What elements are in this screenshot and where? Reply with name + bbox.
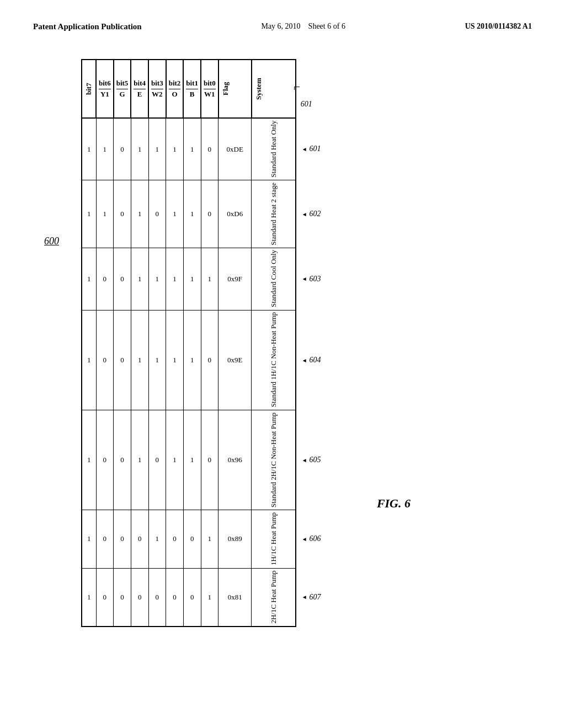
cell-row7-bit7: 1	[82, 568, 96, 627]
cell-row3-bit3: 1	[148, 248, 166, 310]
cell-row2-bit5: 0	[114, 180, 131, 248]
cell-row4-bit2: 1	[166, 310, 184, 410]
cell-row4-bit3: 1	[148, 310, 166, 410]
cell-row6-bit3: 1	[148, 510, 166, 568]
bit2-label: bit2	[169, 78, 181, 88]
bracket-606-label: ◄606	[302, 534, 321, 543]
bracket-601-line	[294, 87, 300, 90]
cell-row1-system: Standard Heat Only	[252, 118, 296, 180]
bracket-604-label: ◄604	[302, 356, 321, 365]
cell-row7-bit3: 0	[148, 568, 166, 627]
cell-row4-bit5: 0	[114, 310, 131, 410]
cell-row6-flag: 0x89	[218, 510, 252, 568]
cell-row5-bit6: 0	[96, 410, 114, 510]
cell-row6-bit6: 0	[96, 510, 114, 568]
cell-row7-bit0: 1	[201, 568, 218, 627]
cell-row2-bit2: 1	[166, 180, 184, 248]
cell-row7-bit1: 0	[183, 568, 201, 627]
cell-row1-bit7: 1	[82, 118, 96, 180]
bit4-sublabel: E	[134, 89, 146, 99]
cell-row5-system: Standard 2H/1C Non-Heat Pump	[252, 410, 296, 510]
bit3-label: bit3	[151, 78, 163, 88]
cell-row3-flag: 0x9F	[218, 248, 252, 310]
cell-row2-bit6: 1	[96, 180, 114, 248]
col-header-bit3: bit3 W2	[148, 60, 166, 118]
cell-row3-bit7: 1	[82, 248, 96, 310]
bracket-607-label: ◄607	[302, 593, 321, 602]
col-header-bit7: bit7	[82, 60, 96, 118]
bracket-602-label: ◄602	[302, 210, 321, 218]
cell-row4-flag: 0x9E	[218, 310, 252, 410]
cell-row1-bit5: 0	[114, 118, 131, 180]
col-header-flag: Flag	[218, 60, 252, 118]
patent-number: US 2010/0114382 A1	[465, 22, 532, 31]
cell-row6-bit5: 0	[114, 510, 131, 568]
cell-row3-bit4: 1	[131, 248, 148, 310]
cell-row4-bit7: 1	[82, 310, 96, 410]
cell-row5-bit1: 1	[183, 410, 201, 510]
cell-row3-bit5: 0	[114, 248, 131, 310]
cell-row4-bit1: 1	[183, 310, 201, 410]
cell-row4-bit6: 0	[96, 310, 114, 410]
cell-row6-bit2: 0	[166, 510, 184, 568]
table-row: 1 0 0 1 1 1 1 1 0x9F Standard Cool Only	[82, 248, 296, 310]
table-row: 1 0 0 0 1 0 0 1 0x89 1H/1C Heat Pump	[82, 510, 296, 568]
cell-row1-bit6: 1	[96, 118, 114, 180]
cell-row4-bit0: 0	[201, 310, 218, 410]
bit6-label: bit6	[99, 78, 111, 88]
cell-row5-bit7: 1	[82, 410, 96, 510]
col-header-bit6: bit6 Y1	[96, 60, 114, 118]
cell-row5-bit2: 1	[166, 410, 184, 510]
bracket-601-label: ◄601	[302, 144, 321, 153]
bit1-label: bit1	[186, 78, 198, 88]
cell-row6-bit0: 1	[201, 510, 218, 568]
cell-row1-flag: 0xDE	[218, 118, 252, 180]
cell-row7-flag: 0x81	[218, 568, 252, 627]
cell-row5-bit3: 0	[148, 410, 166, 510]
cell-row7-bit2: 0	[166, 568, 184, 627]
cell-row2-bit7: 1	[82, 180, 96, 248]
cell-row6-system: 1H/1C Heat Pump	[252, 510, 296, 568]
table-row: 1 1 0 1 0 1 1 0 0xD6 Standard Heat 2 sta…	[82, 180, 296, 248]
cell-row6-bit7: 1	[82, 510, 96, 568]
cell-row1-bit4: 1	[131, 118, 148, 180]
cell-row1-bit3: 1	[148, 118, 166, 180]
col-header-bit5: bit5 G	[114, 60, 131, 118]
cell-row7-bit6: 0	[96, 568, 114, 627]
bracket-601-container: 601	[301, 59, 312, 109]
cell-row6-bit4: 0	[131, 510, 148, 568]
date-sheet: May 6, 2010 Sheet 6 of 6	[261, 22, 345, 31]
cell-row3-bit2: 1	[166, 248, 184, 310]
data-table: bit7 bit6 Y1 bit5 G	[81, 59, 296, 627]
bracket-603-label: ◄603	[302, 275, 321, 283]
cell-row2-bit3: 0	[148, 180, 166, 248]
bit0-label: bit0	[204, 78, 216, 88]
col-header-bit0: bit0 W1	[201, 60, 218, 118]
cell-row1-bit0: 0	[201, 118, 218, 180]
publication-title: Patent Application Publication	[33, 22, 142, 31]
col-header-bit2: bit2 O	[166, 60, 184, 118]
cell-row4-system: Standard 1H/1C Non-Heat Pump	[252, 310, 296, 410]
cell-row2-bit4: 1	[131, 180, 148, 248]
cell-row5-bit5: 0	[114, 410, 131, 510]
cell-row1-bit2: 1	[166, 118, 184, 180]
table-row: 1 0 0 0 0 0 0 1 0x81 2H/1C Heat Pump	[82, 568, 296, 627]
bracket-605-label: ◄605	[302, 456, 321, 464]
cell-row5-bit4: 1	[131, 410, 148, 510]
page-header: Patent Application Publication May 6, 20…	[0, 0, 565, 42]
table-row: 1 1 0 1 1 1 1 0 0xDE Standard Heat Only	[82, 118, 296, 180]
cell-row3-bit1: 1	[183, 248, 201, 310]
col-header-system: System	[252, 60, 296, 118]
col-header-bit1: bit1 B	[183, 60, 201, 118]
fig-caption: FIG. 6	[377, 496, 411, 511]
cell-row4-bit4: 1	[131, 310, 148, 410]
cell-row1-bit1: 1	[183, 118, 201, 180]
bit5-label: bit5	[116, 78, 129, 88]
cell-row7-bit5: 0	[114, 568, 131, 627]
figure-600-label: 600	[44, 235, 59, 247]
bit0-sublabel: W1	[204, 89, 216, 99]
bit1-sublabel: B	[186, 89, 198, 99]
pub-date: May 6, 2010	[261, 22, 300, 30]
cell-row7-bit4: 0	[131, 568, 148, 627]
bracket-601-label: 601	[301, 100, 312, 109]
